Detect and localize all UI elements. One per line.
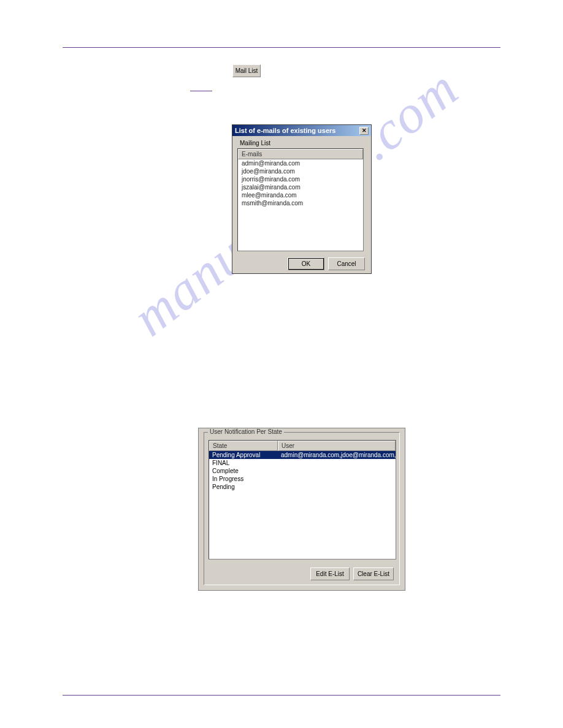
- list-item[interactable]: jszalai@miranda.com: [238, 183, 363, 191]
- state-cell: In Progress: [209, 475, 278, 483]
- table-row[interactable]: FINAL: [209, 459, 396, 467]
- list-item[interactable]: jdoe@miranda.com: [238, 167, 363, 175]
- state-user-table[interactable]: State User Pending Approval admin@mirand…: [209, 440, 396, 559]
- email-list-dialog: List of e-mails of existing users ✕ Mail…: [232, 124, 372, 274]
- email-listbox[interactable]: E-mails admin@miranda.com jdoe@miranda.c…: [237, 148, 364, 251]
- user-cell: admin@miranda.com,jdoe@miranda.com,jn...: [278, 451, 396, 459]
- state-cell: FINAL: [209, 459, 278, 467]
- user-notification-panel: User Notification Per State State User P…: [198, 428, 405, 591]
- state-column-header[interactable]: State: [209, 441, 278, 451]
- bottom-rule: [63, 695, 500, 696]
- list-item[interactable]: mlee@miranda.com: [238, 191, 363, 199]
- close-icon[interactable]: ✕: [359, 127, 369, 135]
- mailing-list-label: Mailing List: [240, 140, 366, 146]
- user-column-header[interactable]: User: [278, 441, 396, 451]
- clear-elist-button[interactable]: Clear E-List: [353, 567, 394, 580]
- fieldset-legend: User Notification Per State: [208, 428, 284, 435]
- list-item[interactable]: admin@miranda.com: [238, 159, 363, 167]
- emails-column-header[interactable]: E-mails: [238, 149, 363, 159]
- user-cell: [278, 467, 396, 475]
- list-item[interactable]: msmith@miranda.com: [238, 199, 363, 207]
- top-rule: [63, 47, 500, 48]
- notification-fieldset: User Notification Per State State User P…: [204, 432, 400, 585]
- edit-elist-button[interactable]: Edit E-List: [310, 567, 350, 580]
- user-cell: [278, 459, 396, 467]
- ok-button[interactable]: OK: [288, 257, 324, 270]
- table-header-row: State User: [209, 441, 396, 451]
- cancel-button[interactable]: Cancel: [328, 257, 365, 270]
- table-row[interactable]: Complete: [209, 467, 396, 475]
- user-cell: [278, 475, 396, 483]
- underline-accent: [190, 91, 212, 91]
- dialog-titlebar: List of e-mails of existing users ✕: [232, 125, 371, 136]
- table-row[interactable]: In Progress: [209, 475, 396, 483]
- state-cell: Pending: [209, 483, 278, 491]
- state-cell: Complete: [209, 467, 278, 475]
- list-item[interactable]: jnorris@miranda.com: [238, 175, 363, 183]
- user-cell: [278, 483, 396, 491]
- table-row[interactable]: Pending Approval admin@miranda.com,jdoe@…: [209, 451, 396, 459]
- email-list-items: admin@miranda.com jdoe@miranda.com jnorr…: [238, 159, 363, 207]
- mail-list-button[interactable]: Mail List: [232, 64, 261, 77]
- table-row[interactable]: Pending: [209, 483, 396, 491]
- state-cell: Pending Approval: [209, 451, 278, 459]
- dialog-title-text: List of e-mails of existing users: [235, 127, 335, 134]
